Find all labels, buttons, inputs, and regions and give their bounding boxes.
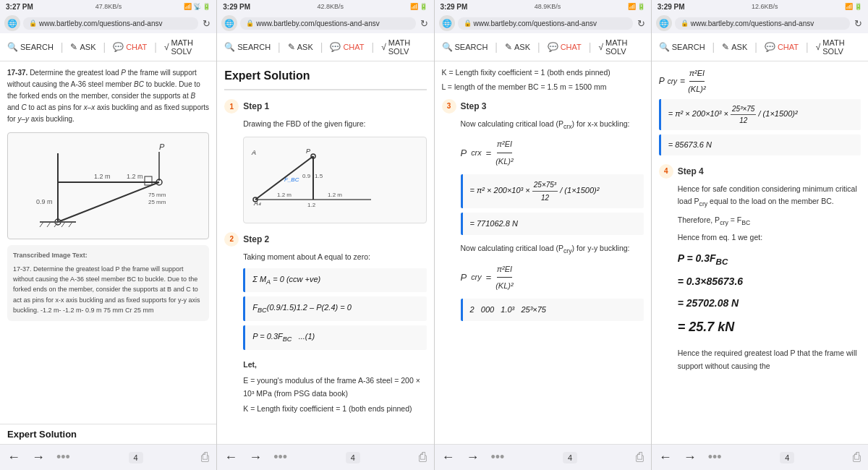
svg-text:1.2 m: 1.2 m (94, 173, 111, 180)
content-area-1[interactable]: 17-37. Determine the greatest load P the… (0, 61, 216, 424)
let-K: K = Length fixity coefficient = 1 (both … (243, 403, 426, 416)
expert-solution-text-1: Expert Solution (7, 429, 77, 440)
svg-text:1.2 m: 1.2 m (328, 192, 342, 198)
status-bar-2: 3:29 PM 42.8KB/s 📶 🔋 (217, 0, 433, 13)
nav-search-4[interactable]: 🔍 SEARCH (656, 40, 708, 54)
svg-text:F_BC: F_BC (284, 176, 299, 183)
url-text-3: www.bartleby.com/questions-and-ansv (474, 20, 597, 27)
site-icon-3: 🌐 (439, 15, 455, 31)
nav-math-3[interactable]: √ MATH SOLV (595, 36, 646, 58)
nav-chat-2[interactable]: 💬 CHAT (327, 40, 367, 54)
url-field-2[interactable]: 🔒 www.bartleby.com/questions-and-ansv (240, 17, 415, 30)
step-3-container: 3 Step 3 Now calculating critical load (… (442, 99, 644, 321)
nav-math-1[interactable]: √ MATH SOLV (161, 36, 212, 58)
bottom-bar-1: ← → ••• 4 ⎙ (0, 444, 216, 470)
content-area-4[interactable]: Pcry = π²EI (KL)² = π² × 200×10³ × 25³×7… (652, 61, 868, 444)
url-field-3[interactable]: 🔒 www.bartleby.com/questions-and-ansv (458, 17, 633, 30)
nav-math-4[interactable]: √ MATH SOLV (813, 36, 864, 58)
nav-ask-label-3: ASK (514, 43, 530, 51)
nav-ask-3[interactable]: ✎ ASK (502, 40, 533, 54)
divider-3b: | (537, 41, 540, 53)
nav-search-2[interactable]: 🔍 SEARCH (221, 40, 273, 54)
math-icon-2: √ (381, 42, 386, 52)
nav-ask-1[interactable]: ✎ ASK (67, 40, 98, 54)
nav-search-1[interactable]: 🔍 SEARCH (4, 40, 56, 54)
nav-ask-4[interactable]: ✎ ASK (719, 40, 750, 54)
time-4: 3:29 PM (658, 3, 685, 11)
svg-line-15 (40, 222, 43, 227)
url-field-4[interactable]: 🔒 www.bartleby.com/questions-and-ansv (675, 17, 850, 30)
divider-1b: | (103, 41, 106, 53)
forward-btn-2[interactable]: → (249, 450, 262, 465)
svg-text:A: A (251, 149, 256, 156)
url-field-1[interactable]: 🔒 www.bartleby.com/questions-and-ansv (23, 17, 198, 30)
more-btn-4[interactable]: ••• (708, 450, 722, 465)
nav-bar-3: 🔍 SEARCH | ✎ ASK | 💬 CHAT | √ MATH SOLV (435, 33, 651, 61)
bottom-bar-3: ← → ••• 4 ⎙ (435, 444, 651, 470)
back-btn-3[interactable]: ← (442, 450, 455, 465)
step-3-desc-cry: Now calculating critical load (Pcry) for… (461, 242, 644, 257)
share-btn-2[interactable]: ⎙ (419, 450, 427, 465)
chat-icon-1: 💬 (113, 42, 124, 52)
refresh-btn-3[interactable]: ↻ (636, 18, 647, 29)
tab-count-1[interactable]: 4 (129, 452, 143, 463)
nav-chat-1[interactable]: 💬 CHAT (110, 40, 150, 54)
search-icon-2: 🔍 (224, 42, 235, 52)
svg-text:P: P (306, 148, 310, 155)
let-label: Let, (243, 359, 426, 372)
step-1-desc: Drawing the FBD of the given figure: (243, 118, 426, 131)
divider-2a: | (278, 41, 281, 53)
back-btn-1[interactable]: ← (7, 450, 20, 465)
step-4-therefore: Therefore, Pcry = FBC (678, 214, 861, 228)
pcry-top-formula: Pcry = π²EI (KL)² (659, 67, 861, 95)
share-btn-1[interactable]: ⎙ (201, 450, 209, 465)
tab-count-3[interactable]: 4 (563, 452, 577, 463)
divider-4a: | (712, 41, 715, 53)
nav-chat-label-3: CHAT (561, 43, 582, 51)
refresh-btn-2[interactable]: ↻ (419, 18, 430, 29)
more-btn-2[interactable]: ••• (273, 450, 287, 465)
pcry-eq1: Pcry = π²EI (KL)² (461, 262, 644, 293)
forward-btn-1[interactable]: → (32, 450, 45, 465)
content-area-2[interactable]: Expert Solution 1 Step 1 Drawing the FBD… (217, 61, 433, 444)
divider-2b: | (320, 41, 323, 53)
transcribed-content: 17-37. Determine the greatest load P the… (13, 264, 203, 316)
battery-icon: 🔋 (203, 3, 210, 10)
tab-count-2[interactable]: 4 (346, 452, 360, 463)
nav-chat-label-2: CHAT (343, 43, 364, 51)
tab-count-4[interactable]: 4 (780, 452, 794, 463)
kl-definitions: K = Length fixity coefficient = 1 (both … (442, 67, 644, 93)
chat-icon-2: 💬 (330, 42, 341, 52)
nav-ask-2[interactable]: ✎ ASK (285, 40, 316, 54)
content-area-3[interactable]: K = Length fixity coefficient = 1 (both … (435, 61, 651, 444)
nav-search-label-4: SEARCH (672, 43, 705, 51)
nav-search-3[interactable]: 🔍 SEARCH (439, 40, 491, 54)
svg-text:25 mm: 25 mm (148, 199, 166, 205)
nav-search-label-1: SEARCH (20, 43, 54, 51)
more-btn-3[interactable]: ••• (491, 450, 505, 465)
nav-chat-label-4: CHAT (778, 43, 799, 51)
result-calc1: = 0.3×85673.6 (678, 273, 861, 291)
forward-btn-4[interactable]: → (684, 450, 697, 465)
divider-1c: | (154, 41, 157, 53)
nav-chat-3[interactable]: 💬 CHAT (545, 40, 584, 54)
nav-math-label-4: MATH SOLV (822, 38, 861, 56)
back-btn-4[interactable]: ← (659, 450, 672, 465)
nav-chat-4[interactable]: 💬 CHAT (762, 40, 801, 54)
refresh-btn-1[interactable]: ↻ (201, 18, 212, 29)
url-text-4: www.bartleby.com/questions-and-ansv (691, 20, 814, 27)
nav-ask-label-1: ASK (80, 43, 95, 51)
forward-btn-3[interactable]: → (467, 450, 480, 465)
step-4-content: Hence for safe condition considering min… (678, 183, 861, 373)
nav-math-2[interactable]: √ MATH SOLV (378, 36, 429, 58)
bottom-bar-4: ← → ••• 4 ⎙ (652, 444, 868, 470)
back-btn-2[interactable]: ← (224, 450, 237, 465)
nav-chat-label-1: CHAT (126, 43, 147, 51)
step-4-desc: Hence for safe condition considering min… (678, 183, 861, 210)
more-btn-1[interactable]: ••• (56, 450, 70, 465)
wifi-icon-3: 📶 (628, 3, 636, 10)
transcribed-text-box: Transcribed Image Text: 17-37. Determine… (7, 245, 209, 321)
refresh-btn-4[interactable]: ↻ (853, 18, 864, 29)
share-btn-3[interactable]: ⎙ (636, 450, 644, 465)
share-btn-4[interactable]: ⎙ (853, 450, 861, 465)
